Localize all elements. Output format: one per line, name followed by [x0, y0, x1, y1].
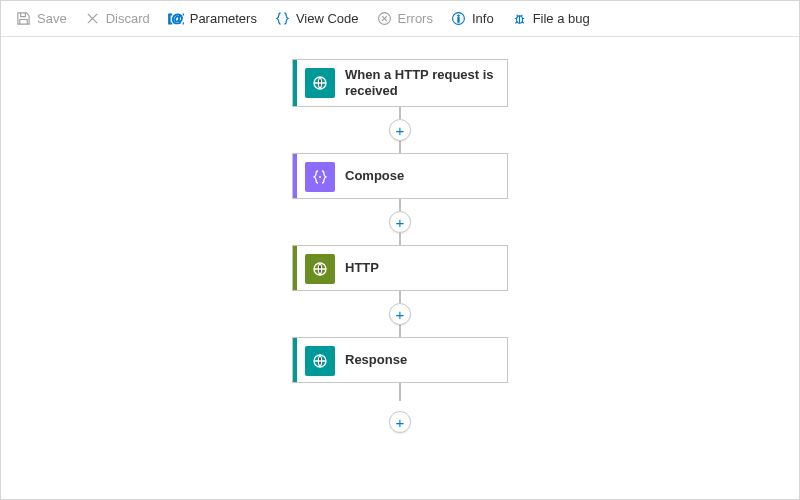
save-label: Save [37, 11, 67, 26]
node-accent [293, 154, 297, 198]
workflow-node-compose[interactable]: Compose [292, 153, 508, 199]
response-icon [305, 346, 335, 376]
parameters-button[interactable]: [@] Parameters [159, 3, 266, 35]
connector: + [395, 199, 405, 245]
add-step-button[interactable]: + [389, 411, 411, 433]
discard-button[interactable]: Discard [76, 3, 159, 35]
errors-label: Errors [398, 11, 433, 26]
info-icon [451, 11, 466, 26]
info-label: Info [472, 11, 494, 26]
workflow-node-http[interactable]: HTTP [292, 245, 508, 291]
parameters-label: Parameters [190, 11, 257, 26]
workflow-column: When a HTTP request is received + Compos… [292, 59, 508, 433]
workflow-node-trigger[interactable]: When a HTTP request is received [292, 59, 508, 107]
add-step-button[interactable]: + [389, 303, 411, 325]
svg-rect-4 [458, 18, 459, 23]
node-accent [293, 246, 297, 290]
request-icon [305, 68, 335, 98]
bug-icon [512, 11, 527, 26]
file-bug-label: File a bug [533, 11, 590, 26]
save-button[interactable]: Save [7, 3, 76, 35]
http-icon [305, 254, 335, 284]
workflow-node-response[interactable]: Response [292, 337, 508, 383]
node-title: When a HTTP request is received [345, 60, 507, 106]
add-step-button[interactable]: + [389, 119, 411, 141]
info-button[interactable]: Info [442, 3, 503, 35]
errors-icon [377, 11, 392, 26]
node-accent [293, 60, 297, 106]
node-title: Compose [345, 154, 507, 198]
errors-button[interactable]: Errors [368, 3, 442, 35]
node-title: HTTP [345, 246, 507, 290]
parameters-icon: [@] [168, 11, 184, 26]
svg-point-3 [458, 15, 460, 17]
discard-label: Discard [106, 11, 150, 26]
save-icon [16, 11, 31, 26]
designer-canvas[interactable]: When a HTTP request is received + Compos… [1, 37, 799, 499]
toolbar: Save Discard [@] Parameters View Code Er… [1, 1, 799, 37]
node-accent [293, 338, 297, 382]
connector: + [395, 291, 405, 337]
svg-text:[@]: [@] [168, 12, 184, 24]
node-title: Response [345, 338, 507, 382]
file-bug-button[interactable]: File a bug [503, 3, 599, 35]
discard-icon [85, 11, 100, 26]
view-code-label: View Code [296, 11, 359, 26]
code-braces-icon [275, 11, 290, 26]
view-code-button[interactable]: View Code [266, 3, 368, 35]
compose-icon [305, 162, 335, 192]
connector-end [399, 383, 401, 401]
add-step-button[interactable]: + [389, 211, 411, 233]
connector: + [395, 107, 405, 153]
svg-point-7 [319, 176, 321, 178]
